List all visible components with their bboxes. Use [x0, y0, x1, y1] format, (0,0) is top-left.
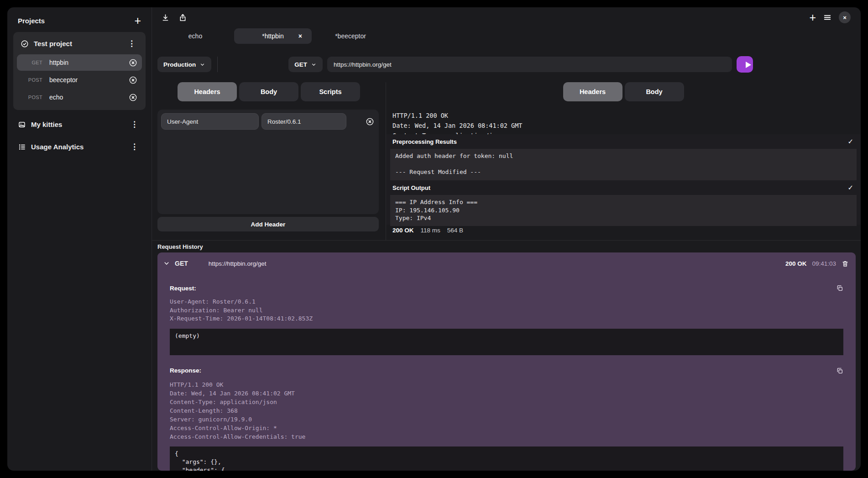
- sidebar: Projects + Test project ⋮ GET httpbin: [7, 7, 152, 471]
- download-icon: [161, 13, 170, 22]
- delete-history-button[interactable]: [842, 260, 849, 268]
- add-header-button[interactable]: Add Header: [157, 217, 379, 231]
- request-section-header: Request:: [170, 284, 843, 292]
- project-header[interactable]: Test project ⋮: [17, 35, 142, 53]
- request-item-echo[interactable]: POST echo: [17, 89, 142, 105]
- main-area: + × echo *httpbin × *beeceptor: [152, 7, 861, 471]
- history-entry-header[interactable]: GET https://httpbin.org/get 200 OK 09:41…: [157, 252, 856, 274]
- tab-response-body[interactable]: Body: [625, 82, 684, 101]
- close-tab-button[interactable]: ×: [296, 32, 305, 40]
- remove-request-button[interactable]: [129, 76, 137, 84]
- script-output-header: Script Output ✓: [386, 180, 861, 194]
- preprocessing-results-title: Preprocessing Results: [392, 138, 457, 145]
- collection-menu-button[interactable]: ⋮: [128, 120, 141, 129]
- chevron-down-icon: [199, 62, 205, 68]
- sidebar-item-my-kitties[interactable]: My kitties ⋮: [13, 116, 146, 132]
- project-menu-button[interactable]: ⋮: [125, 39, 138, 48]
- preprocessing-results-panel: Preprocessing Results ✓ Added auth heade…: [386, 134, 861, 180]
- history-status: 200 OK: [785, 260, 807, 267]
- projects-title: Projects: [18, 17, 45, 25]
- response-time: 118 ms: [421, 227, 440, 234]
- history-method: GET: [175, 260, 188, 267]
- method-dropdown[interactable]: GET: [288, 57, 323, 72]
- response-panel-tabs: Headers Body: [386, 82, 861, 101]
- tab-bar: echo *httpbin × *beeceptor: [152, 28, 861, 44]
- request-name: beeceptor: [49, 76, 78, 84]
- header-value-input[interactable]: [261, 113, 346, 130]
- project-status-icon: [21, 40, 29, 48]
- tab-beeceptor[interactable]: *beeceptor: [312, 28, 389, 44]
- copy-request-button[interactable]: [836, 284, 843, 292]
- tab-echo[interactable]: echo: [157, 28, 234, 44]
- request-item-httpbin[interactable]: GET httpbin: [17, 54, 142, 71]
- add-project-button[interactable]: +: [134, 16, 141, 25]
- request-bar: Production GET: [152, 57, 861, 72]
- response-headers-preview: HTTP/1.1 200 OK Date: Wed, 14 Jan 2026 0…: [392, 110, 856, 134]
- tab-label: *httpbin: [262, 32, 283, 40]
- request-method-badge: POST: [22, 77, 42, 83]
- new-tab-button[interactable]: +: [809, 13, 816, 22]
- tab-httpbin[interactable]: *httpbin ×: [234, 28, 312, 44]
- tab-request-scripts[interactable]: Scripts: [301, 82, 360, 101]
- remove-request-button[interactable]: [129, 93, 137, 102]
- hamburger-icon: [823, 13, 832, 22]
- header-row: [161, 113, 375, 130]
- sidebar-item-usage-analytics[interactable]: Usage Analytics ⋮: [13, 139, 146, 155]
- import-download-button[interactable]: [161, 13, 170, 22]
- response-status-bar: 200 OK 118 ms 564 B: [392, 227, 463, 234]
- toolbar: + ×: [152, 7, 861, 27]
- editor-panels: Headers Body Scripts Add Header: [152, 82, 861, 241]
- chevron-down-icon: [311, 62, 317, 68]
- success-check-icon: ✓: [847, 184, 853, 192]
- script-output-panel: Script Output ✓ === IP Address Info === …: [386, 180, 861, 225]
- plus-icon: +: [809, 13, 816, 22]
- script-output-title: Script Output: [392, 184, 430, 191]
- tab-response-headers[interactable]: Headers: [563, 82, 622, 101]
- collection-menu-button[interactable]: ⋮: [128, 142, 141, 151]
- history-entry-body: Request: User-Agent: Roster/0.6.1 Author…: [157, 284, 856, 471]
- request-method-badge: GET: [22, 60, 42, 65]
- response-section-title: Response:: [170, 367, 201, 374]
- tab-request-headers[interactable]: Headers: [178, 82, 237, 101]
- share-icon: [178, 13, 187, 22]
- history-url: https://httpbin.org/get: [209, 260, 267, 267]
- tab-request-body[interactable]: Body: [239, 82, 298, 101]
- export-share-button[interactable]: [178, 13, 187, 22]
- success-check-icon: ✓: [847, 137, 853, 146]
- response-size: 564 B: [447, 227, 463, 234]
- request-name: echo: [49, 94, 63, 101]
- divider: [217, 57, 218, 72]
- close-window-button[interactable]: ×: [839, 11, 851, 23]
- remove-request-button[interactable]: [129, 58, 137, 67]
- environment-label: Production: [163, 61, 196, 68]
- preprocessing-results-header: Preprocessing Results ✓: [386, 134, 861, 147]
- history-response-body: { "args": {}, "headers": {: [170, 446, 843, 471]
- remove-header-button[interactable]: [366, 117, 374, 126]
- chevron-down-icon: [163, 260, 170, 267]
- toolbar-right: + ×: [809, 11, 851, 23]
- environment-dropdown[interactable]: Production: [157, 57, 211, 72]
- project-group: Test project ⋮ GET httpbin POST beecepto…: [13, 32, 146, 110]
- preprocessing-output: Added auth header for token: null --- Re…: [390, 149, 857, 181]
- request-history-title: Request History: [157, 243, 861, 250]
- request-section-title: Request:: [170, 285, 196, 292]
- app-window: Projects + Test project ⋮ GET httpbin: [7, 7, 861, 471]
- history-response-headers: HTTP/1.1 200 OK Date: Wed, 14 Jan 2026 0…: [170, 380, 843, 441]
- send-request-button[interactable]: [737, 56, 753, 73]
- request-item-beeceptor[interactable]: POST beeceptor: [17, 72, 142, 88]
- url-input[interactable]: [327, 57, 732, 72]
- copy-response-button[interactable]: [836, 367, 843, 374]
- copy-icon: [836, 284, 843, 292]
- request-method-badge: POST: [22, 95, 42, 100]
- request-name: httpbin: [49, 59, 68, 66]
- app-menu-button[interactable]: [823, 13, 832, 22]
- copy-icon: [836, 367, 843, 374]
- tab-label: *beeceptor: [335, 32, 366, 40]
- response-panel: Headers Body HTTP/1.1 200 OK Date: Wed, …: [386, 82, 861, 240]
- method-label: GET: [294, 61, 307, 68]
- history-request-body: (empty): [170, 329, 843, 355]
- history-timestamp: 09:41:03: [812, 260, 836, 267]
- history-request-headers: User-Agent: Roster/0.6.1 Authorization: …: [170, 298, 843, 323]
- toolbar-left: [161, 13, 187, 22]
- header-key-input[interactable]: [161, 113, 259, 130]
